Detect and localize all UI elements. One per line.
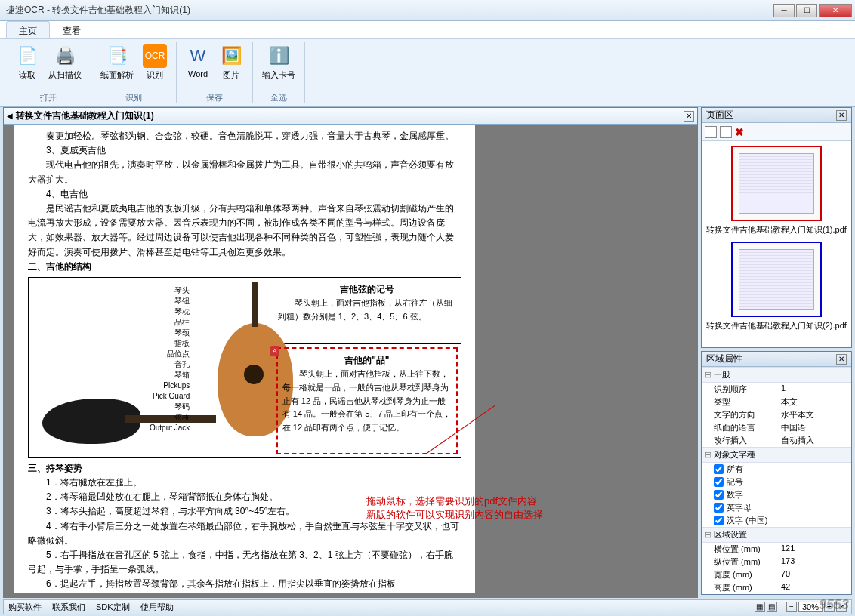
ribbon: 📄读取 🖨️从扫描仪 打开 📑纸面解析 OCR识别 识别 WWord 🖼️图片 …	[0, 39, 855, 107]
prop-row[interactable]: 文字的方向水平本文	[702, 408, 851, 421]
heading-structure: 二、吉他的结构	[28, 260, 461, 274]
body-text: 是民谣吉他和夏威夷电吉他的改版升级，分有共鸣箱和单体琴两种。声音来自琴弦震动切割…	[28, 202, 461, 260]
ocr-icon: OCR	[143, 44, 167, 68]
selection-region[interactable]: A 吉他的"品" 琴头朝上，面对吉他指板，从上往下数，每一格就是一品，一般的吉他…	[276, 347, 458, 454]
view-mode-icon[interactable]: ▦	[755, 602, 765, 612]
body-text: 现代电吉他的祖先，演奏时平放，以金属滑棒和金属拨片为工具。自带很小的共鸣箱，声音…	[28, 158, 461, 186]
list-item: 4．将右手小臂后三分之一处放置在琴箱最凸部位，右手腕放松，手自然垂直与琴弦呈十字…	[28, 519, 461, 548]
status-link-sdk[interactable]: SDK定制	[96, 602, 130, 613]
box-title: 吉他的"品"	[282, 353, 452, 368]
close-button[interactable]: ✕	[819, 4, 852, 17]
prop-row-checkbox[interactable]: 汉字 (中国)	[702, 514, 851, 527]
minimize-button[interactable]: ─	[773, 4, 795, 17]
part-labels: 琴头 琴钮 琴枕 品柱 琴颈 指板 品位点 音孔 琴箱 Pickups Pick…	[150, 285, 190, 433]
view-mode-1[interactable]	[705, 126, 717, 138]
view-mode-2[interactable]	[720, 126, 732, 138]
ribbon-tabs: 主页 查看	[0, 21, 855, 39]
scanner-button[interactable]: 🖨️从扫描仪	[44, 42, 86, 92]
tab-home[interactable]: 主页	[6, 21, 50, 38]
thumbnail-label: 转换文件吉他基础教程入门知识(2).pdf	[706, 320, 847, 331]
region-marker-icon: A	[270, 346, 279, 356]
watermark: 9553	[819, 597, 849, 613]
prop-row[interactable]: 纵位置 (mm)173	[702, 556, 851, 568]
box-title: 吉他弦的记号	[278, 282, 456, 297]
zoom-out-button[interactable]: −	[786, 602, 797, 612]
document-viewport[interactable]: 奏更加轻松。琴弦都为钢、合金弦，较硬。音色清脆悦耳，穿透力强，音量大于古典琴，金…	[4, 125, 697, 597]
status-link-contact[interactable]: 联系我们	[52, 602, 85, 613]
ribbon-group-select: ℹ️输入卡号 全选	[253, 42, 305, 103]
window-controls: ─ ☐ ✕	[772, 4, 852, 17]
document-panel: ◀ 转换文件吉他基础教程入门知识(1) ✕ 奏更加轻松。琴弦都为钢、合金弦，较硬…	[3, 107, 698, 598]
scanner-icon: 🖨️	[53, 44, 77, 68]
body-text: 奏更加轻松。琴弦都为钢、合金弦，较硬。音色清脆悦耳，穿透力强，音量大于古典琴，金…	[28, 129, 461, 143]
checkbox-symbol[interactable]	[714, 476, 724, 488]
read-icon: 📄	[15, 44, 39, 68]
ribbon-group-recognize: 📑纸面解析 OCR识别 识别	[91, 42, 177, 103]
maximize-button[interactable]: ☐	[796, 4, 817, 17]
prop-row[interactable]: 改行插入自动插入	[702, 434, 851, 447]
pages-panel-header: 页面区 ✕	[702, 108, 851, 123]
prop-group-general[interactable]: 一般	[702, 367, 851, 383]
prop-row[interactable]: 横位置 (mm)121	[702, 543, 851, 556]
prop-row[interactable]: 宽度 (mm)70	[702, 568, 851, 581]
image-button[interactable]: 🖼️图片	[215, 42, 248, 92]
group-label-select: 全选	[270, 92, 287, 103]
properties-panel: 区域属性 ✕ 一般 识别顺序1 类型本文 文字的方向水平本文 纸面的语言中国语 …	[701, 351, 852, 595]
checkbox-hanzi[interactable]	[714, 515, 724, 526]
document-tab-close[interactable]: ✕	[684, 111, 694, 122]
panel-close-icon[interactable]: ✕	[836, 110, 847, 121]
prop-row[interactable]: 识别顺序1	[702, 383, 851, 396]
thumbnail-label: 转换文件吉他基础教程入门知识(1).pdf	[706, 224, 847, 236]
diagram-right: 吉他弦的记号 琴头朝上，面对吉他指板，从右往左（从细到粗）数分别是 1、2、3、…	[273, 278, 461, 457]
parse-icon: 📑	[105, 44, 129, 68]
thumbnail-list[interactable]: 转换文件吉他基础教程入门知识(1).pdf 转换文件吉他基础教程入门知识(2).…	[702, 141, 851, 347]
view-mode-icon[interactable]: ▤	[767, 602, 777, 612]
prop-row-checkbox[interactable]: 数字	[702, 488, 851, 501]
annotation-text: 拖动鼠标，选择需要识别的pdf文件内容 新版的软件可以实现识别内容的自由选择	[366, 494, 543, 522]
chevron-left-icon[interactable]: ◀	[7, 112, 13, 120]
page-thumbnail[interactable]: 转换文件吉他基础教程入门知识(1).pdf	[706, 146, 847, 236]
tab-view[interactable]: 查看	[50, 21, 94, 38]
diagram-left: 琴头 琴钮 琴枕 品柱 琴颈 指板 品位点 音孔 琴箱 Pickups Pick…	[29, 278, 273, 457]
info-icon: ℹ️	[267, 44, 291, 68]
ribbon-group-open: 📄读取 🖨️从扫描仪 打开	[6, 42, 91, 103]
title-bar: 捷速OCR - 转换文件吉他基础教程入门知识(1) ─ ☐ ✕	[0, 0, 855, 21]
guitar-diagram: 琴头 琴钮 琴枕 品柱 琴颈 指板 品位点 音孔 琴箱 Pickups Pick…	[28, 277, 461, 458]
page-thumbnail[interactable]: 转换文件吉他基础教程入门知识(2).pdf	[706, 242, 847, 331]
panel-title: 页面区	[706, 109, 733, 122]
delete-page-icon[interactable]: ✖	[735, 126, 744, 138]
checkbox-digit[interactable]	[714, 489, 724, 500]
thumbnail-image	[731, 242, 822, 317]
status-link-help[interactable]: 使用帮助	[140, 602, 174, 613]
ocr-button[interactable]: OCR识别	[138, 42, 171, 92]
prop-group-region[interactable]: 区域设置	[702, 527, 851, 543]
card-button[interactable]: ℹ️输入卡号	[258, 42, 300, 92]
panel-close-icon[interactable]: ✕	[836, 354, 847, 365]
prop-row[interactable]: 类型本文	[702, 396, 851, 408]
parse-button[interactable]: 📑纸面解析	[96, 42, 138, 92]
checkbox-alpha[interactable]	[714, 502, 724, 513]
group-label-save: 保存	[206, 92, 223, 103]
prop-row[interactable]: 纸面的语言中国语	[702, 421, 851, 434]
ribbon-group-save: WWord 🖼️图片 保存	[177, 42, 253, 103]
prop-row[interactable]: 高度 (mm)42	[702, 581, 851, 594]
document-tab[interactable]: 转换文件吉他基础教程入门知识(1)	[16, 109, 154, 122]
properties-list: 一般 识别顺序1 类型本文 文字的方向水平本文 纸面的语言中国语 改行插入自动插…	[702, 367, 851, 594]
checkbox-all[interactable]	[714, 464, 724, 475]
read-button[interactable]: 📄读取	[11, 42, 44, 92]
prop-row-checkbox[interactable]: 英字母	[702, 501, 851, 514]
status-link-buy[interactable]: 购买软件	[8, 602, 42, 613]
page-content: 奏更加轻松。琴弦都为钢、合金弦，较硬。音色清脆悦耳，穿透力强，音量大于古典琴，金…	[14, 125, 475, 593]
window-title: 捷速OCR - 转换文件吉他基础教程入门知识(1)	[6, 4, 190, 17]
word-button[interactable]: WWord	[181, 42, 215, 92]
image-icon: 🖼️	[219, 44, 243, 68]
group-label-open: 打开	[40, 92, 57, 103]
main-area: ◀ 转换文件吉他基础教程入门知识(1) ✕ 奏更加轻松。琴弦都为钢、合金弦，较硬…	[3, 107, 852, 598]
thumbnail-image	[731, 146, 822, 221]
heading-hold: 三、持琴姿势	[28, 461, 461, 476]
electric-guitar-shape	[42, 399, 140, 444]
prop-row-checkbox[interactable]: 所有	[702, 463, 851, 476]
prop-group-charset[interactable]: 对象文字種	[702, 447, 851, 463]
right-column: 页面区 ✕ ✖ 转换文件吉他基础教程入门知识(1).pdf 转换文件吉他基础教程…	[701, 107, 852, 598]
prop-row-checkbox[interactable]: 記号	[702, 476, 851, 488]
